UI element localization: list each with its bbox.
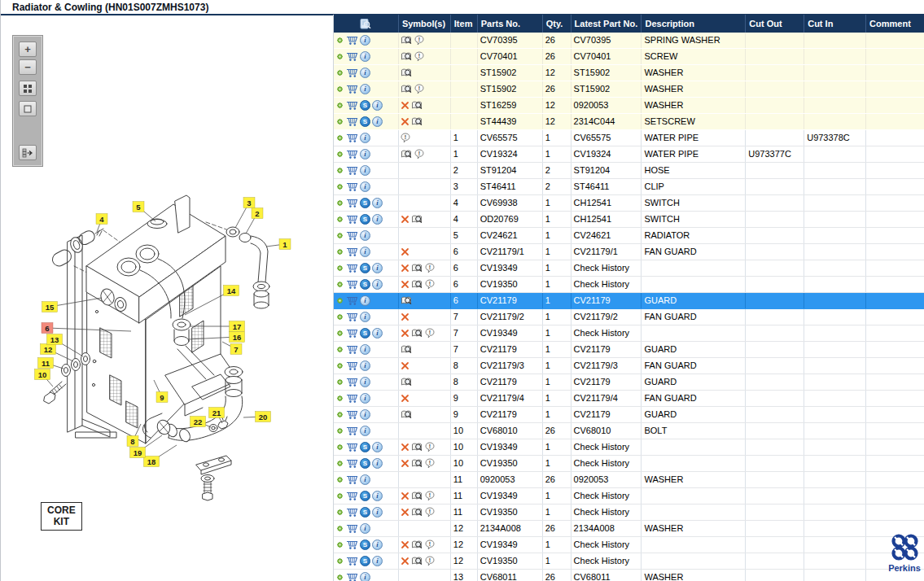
info-icon[interactable]: i (372, 458, 383, 469)
table-row[interactable]: Si!11CV193491Check History (334, 488, 924, 505)
cart-icon[interactable] (346, 263, 358, 273)
gear-icon[interactable] (335, 296, 344, 305)
info-icon[interactable]: i (360, 360, 370, 371)
gear-icon[interactable] (335, 524, 344, 533)
cart-icon[interactable] (346, 312, 358, 322)
supersession-icon[interactable]: S (360, 100, 370, 111)
gear-icon[interactable] (335, 361, 344, 370)
callout-20[interactable]: 20 (243, 412, 271, 422)
info-icon[interactable]: i (372, 540, 383, 550)
column-filter-icon[interactable] (359, 18, 372, 30)
fit-view-button[interactable] (19, 101, 37, 116)
info-icon[interactable]: i (372, 442, 383, 452)
toggle-panel-button[interactable] (19, 145, 37, 160)
gear-icon[interactable] (335, 231, 344, 240)
info-icon[interactable]: i (372, 279, 383, 290)
note-balloon-icon[interactable]: ! (425, 279, 435, 290)
catalog-lookup-icon[interactable] (411, 442, 423, 453)
note-balloon-icon[interactable]: ! (425, 540, 435, 550)
cart-icon[interactable] (346, 295, 358, 306)
info-icon[interactable]: i (360, 51, 370, 62)
info-icon[interactable]: i (372, 214, 383, 225)
table-row[interactable]: i3ST464112ST46411CLIP (334, 179, 924, 195)
catalog-lookup-icon[interactable] (411, 491, 423, 502)
zoom-in-button[interactable]: + (19, 42, 37, 57)
callout-6[interactable]: 6 (42, 323, 131, 334)
info-icon[interactable]: i (372, 198, 383, 208)
table-row[interactable]: Si4CV699381CH12541SWITCH (334, 195, 924, 212)
callout-10[interactable]: 10 (35, 369, 54, 387)
catalog-lookup-icon[interactable] (411, 214, 423, 225)
info-icon[interactable]: i (360, 84, 370, 94)
info-icon[interactable]: i (360, 295, 370, 306)
column-header-comment[interactable]: Comment (866, 15, 924, 33)
gear-icon[interactable] (335, 443, 344, 452)
catalog-lookup-icon[interactable] (401, 409, 413, 421)
table-row[interactable]: i7CV21179/21CV21179/2FAN GUARD (334, 309, 924, 325)
catalog-lookup-icon[interactable] (401, 295, 413, 307)
supersession-icon[interactable]: S (360, 442, 370, 452)
table-row[interactable]: Si!10CV193501Check History (334, 456, 924, 472)
info-icon[interactable]: i (360, 165, 370, 176)
supersession-icon[interactable]: S (360, 279, 370, 290)
gear-icon[interactable] (335, 150, 344, 159)
note-balloon-icon[interactable]: ! (414, 35, 424, 46)
info-icon[interactable]: i (360, 149, 370, 159)
catalog-lookup-icon[interactable] (401, 68, 413, 79)
info-icon[interactable]: i (360, 572, 370, 581)
column-header-symbols[interactable]: Symbol(s) (399, 15, 451, 33)
callout-22[interactable]: 22 (190, 417, 212, 428)
catalog-lookup-icon[interactable] (401, 149, 413, 160)
catalog-lookup-icon[interactable] (411, 116, 423, 128)
info-icon[interactable]: i (360, 474, 370, 485)
gear-icon[interactable] (335, 410, 344, 419)
gear-icon[interactable] (335, 117, 344, 126)
column-header-qty[interactable]: Qty. (543, 15, 571, 33)
note-balloon-icon[interactable]: ! (425, 491, 435, 501)
cart-icon[interactable] (346, 458, 358, 469)
table-row[interactable]: Si!10CV193491Check History (334, 439, 924, 456)
callout-5[interactable]: 5 (133, 202, 155, 222)
column-header-cutin[interactable]: Cut In (804, 15, 866, 33)
info-icon[interactable]: i (360, 312, 370, 322)
catalog-lookup-icon[interactable] (401, 377, 413, 388)
cart-icon[interactable] (346, 149, 358, 159)
callout-9[interactable]: 9 (154, 380, 168, 403)
cart-icon[interactable] (346, 100, 358, 111)
gear-icon[interactable] (335, 166, 344, 175)
catalog-lookup-icon[interactable] (401, 84, 413, 95)
table-row[interactable]: SiST44439122314C044SETSCREW (334, 114, 924, 130)
supersession-icon[interactable]: S (360, 263, 370, 273)
info-icon[interactable]: i (360, 523, 370, 534)
catalog-lookup-icon[interactable] (411, 100, 423, 111)
cart-icon[interactable] (346, 540, 358, 550)
gear-icon[interactable] (335, 133, 344, 142)
gear-icon[interactable] (335, 199, 344, 208)
column-header-latest[interactable]: Latest Part No. (571, 15, 642, 33)
gear-icon[interactable] (335, 491, 344, 500)
info-icon[interactable]: i (372, 491, 383, 501)
table-row[interactable]: i8CV21179/31CV21179/3FAN GUARD (334, 358, 924, 374)
info-icon[interactable]: i (360, 377, 370, 387)
cart-icon[interactable] (346, 442, 358, 452)
parts-diagram[interactable]: 12345678910111213141516171819202122 (25, 191, 310, 509)
callout-18[interactable]: 18 (144, 445, 177, 467)
note-balloon-icon[interactable]: ! (425, 458, 435, 469)
cart-icon[interactable] (346, 393, 358, 404)
info-icon[interactable]: i (360, 230, 370, 241)
gear-icon[interactable] (335, 101, 344, 110)
catalog-lookup-icon[interactable] (411, 279, 423, 290)
table-row[interactable]: i13CV6801126CV68011WASHER (334, 570, 924, 581)
gear-icon[interactable] (335, 280, 344, 289)
note-balloon-icon[interactable]: ! (414, 84, 424, 94)
info-icon[interactable]: i (372, 100, 383, 111)
cart-icon[interactable] (346, 35, 358, 46)
zoom-out-button[interactable]: − (19, 59, 37, 75)
table-row[interactable]: i122134A008262134A008WASHER (334, 521, 924, 537)
info-icon[interactable]: i (372, 556, 383, 566)
table-row[interactable]: Si!11CV193501Check History (334, 505, 924, 521)
supersession-icon[interactable]: S (360, 328, 370, 339)
cart-icon[interactable] (346, 214, 358, 225)
table-row[interactable]: i6CV211791CV21179GUARD (334, 293, 924, 309)
callout-7[interactable]: 7 (222, 342, 242, 355)
